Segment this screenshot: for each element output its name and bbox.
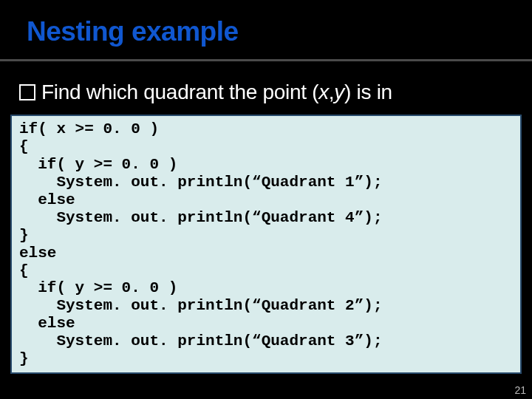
slide-title: Nesting example xyxy=(27,16,532,47)
bullet-x: x xyxy=(318,81,329,103)
bullet-suffix: ) is in xyxy=(344,81,392,103)
title-bar: Nesting example xyxy=(0,0,532,52)
bullet-row: Find which quadrant the point (x,y) is i… xyxy=(0,61,532,115)
code-block: if( x >= 0. 0 ) { if( y >= 0. 0 ) System… xyxy=(10,115,522,374)
bullet-square-icon xyxy=(19,84,35,100)
page-number: 21 xyxy=(514,384,526,396)
slide: Nesting example Find which quadrant the … xyxy=(0,0,532,399)
bullet-text: Find which quadrant the point (x,y) is i… xyxy=(41,81,392,104)
bullet-prefix: Find which quadrant the point ( xyxy=(41,81,318,103)
bullet-y: y xyxy=(334,81,344,103)
